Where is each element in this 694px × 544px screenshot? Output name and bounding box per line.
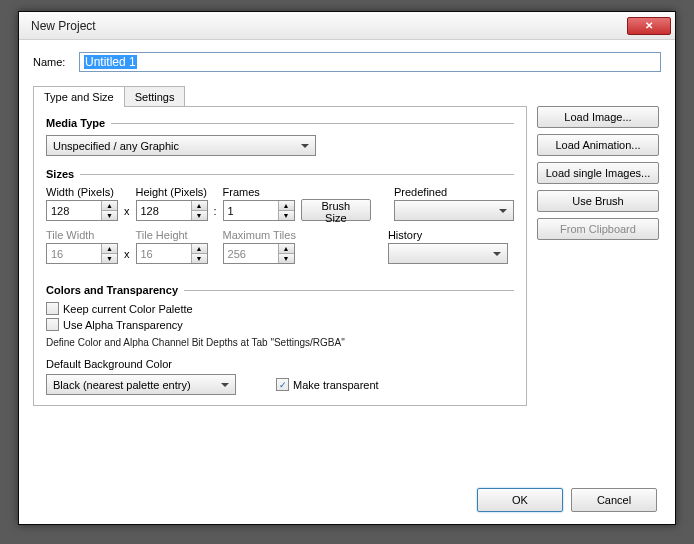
tile-height-spinner[interactable]: ▲▼ xyxy=(136,243,208,264)
frames-label: Frames xyxy=(223,186,295,198)
tab-bar: Type and Size Settings xyxy=(33,86,527,107)
tab-panel: Media Type Unspecified / any Graphic Siz… xyxy=(33,106,527,406)
predefined-label: Predefined xyxy=(394,186,514,198)
cancel-button[interactable]: Cancel xyxy=(571,488,657,512)
height-label: Height (Pixels) xyxy=(136,186,208,198)
media-type-label: Media Type xyxy=(46,117,514,129)
media-type-select[interactable]: Unspecified / any Graphic xyxy=(46,135,316,156)
tile-width-spinner[interactable]: ▲▼ xyxy=(46,243,118,264)
keep-palette-label: Keep current Color Palette xyxy=(63,303,193,315)
history-select[interactable] xyxy=(388,243,508,264)
load-image-button[interactable]: Load Image... xyxy=(537,106,659,128)
close-button[interactable]: ✕ xyxy=(627,17,671,35)
tile-width-label: Tile Width xyxy=(46,229,118,241)
height-spinner[interactable]: ▲▼ xyxy=(136,200,208,221)
chevron-down-icon[interactable]: ▼ xyxy=(102,211,117,220)
tab-type-and-size[interactable]: Type and Size xyxy=(33,86,125,107)
max-tiles-spinner[interactable]: ▲▼ xyxy=(223,243,295,264)
ok-button[interactable]: OK xyxy=(477,488,563,512)
use-brush-button[interactable]: Use Brush xyxy=(537,190,659,212)
new-project-dialog: New Project ✕ Name: Untitled 1 Type and … xyxy=(18,11,676,525)
from-clipboard-button[interactable]: From Clipboard xyxy=(537,218,659,240)
rgba-hint: Define Color and Alpha Channel Bit Depth… xyxy=(46,337,514,348)
dialog-title: New Project xyxy=(31,19,627,33)
load-animation-button[interactable]: Load Animation... xyxy=(537,134,659,156)
width-label: Width (Pixels) xyxy=(46,186,118,198)
load-single-images-button[interactable]: Load single Images... xyxy=(537,162,659,184)
max-tiles-label: Maximum Tiles xyxy=(223,229,296,241)
use-alpha-checkbox[interactable] xyxy=(46,318,59,331)
history-label: History xyxy=(388,229,508,241)
titlebar: New Project ✕ xyxy=(19,12,675,40)
frames-spinner[interactable]: ▲▼ xyxy=(223,200,295,221)
tab-settings[interactable]: Settings xyxy=(124,86,186,107)
use-alpha-label: Use Alpha Transparency xyxy=(63,319,183,331)
width-spinner[interactable]: ▲▼ xyxy=(46,200,118,221)
sizes-label: Sizes xyxy=(46,168,514,180)
bg-color-select[interactable]: Black (nearest palette entry) xyxy=(46,374,236,395)
close-icon: ✕ xyxy=(645,20,653,31)
brush-size-button[interactable]: Brush Size xyxy=(301,199,372,221)
multiply-separator: x xyxy=(124,205,130,221)
make-transparent-label: Make transparent xyxy=(293,379,379,391)
name-label: Name: xyxy=(33,56,79,68)
colon-separator: : xyxy=(214,205,217,221)
predefined-select[interactable] xyxy=(394,200,514,221)
bg-color-label: Default Background Color xyxy=(46,358,172,370)
chevron-up-icon[interactable]: ▲ xyxy=(102,201,117,211)
keep-palette-checkbox[interactable] xyxy=(46,302,59,315)
colors-label: Colors and Transparency xyxy=(46,284,514,296)
make-transparent-checkbox[interactable]: ✓ xyxy=(276,378,289,391)
tile-height-label: Tile Height xyxy=(136,229,208,241)
name-input[interactable]: Untitled 1 xyxy=(79,52,661,72)
